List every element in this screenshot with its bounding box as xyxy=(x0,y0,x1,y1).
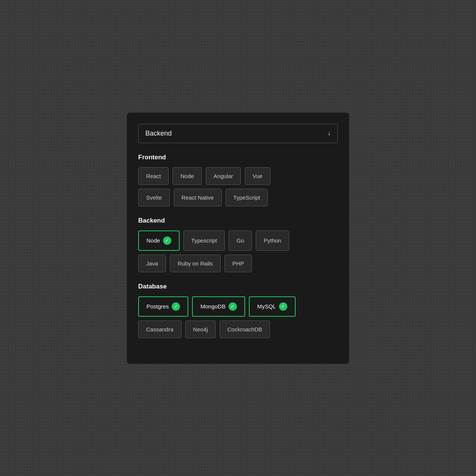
chip-label-mysql: MySQL xyxy=(257,303,276,310)
chip-row-backend-0: Node✓TypescriptGoPython xyxy=(138,230,338,251)
chip-label-svelte: Svelte xyxy=(146,194,162,201)
check-icon-node-be: ✓ xyxy=(163,236,171,245)
chip-node-fe[interactable]: Node xyxy=(172,167,202,185)
chip-mysql[interactable]: MySQL✓ xyxy=(249,296,296,317)
chip-label-neo4j: Neo4j xyxy=(193,326,208,333)
section-label-frontend: Frontend xyxy=(138,154,338,161)
chip-postgres[interactable]: Postgres✓ xyxy=(138,296,188,317)
chip-label-postgres: Postgres xyxy=(146,303,169,310)
chip-php[interactable]: PHP xyxy=(224,255,252,272)
chip-row-backend-1: JavaRuby on RailsPHP xyxy=(138,255,338,272)
category-dropdown[interactable]: Backend ↓ xyxy=(138,124,338,143)
chip-typescript-fe[interactable]: TypeScript xyxy=(226,189,268,206)
chip-java[interactable]: Java xyxy=(138,255,166,272)
dropdown-arrow-icon: ↓ xyxy=(328,130,331,137)
chip-label-vue: Vue xyxy=(253,173,262,179)
chip-vue[interactable]: Vue xyxy=(245,167,270,185)
chip-label-cassandra: Cassandra xyxy=(146,326,174,333)
main-panel: Backend ↓ FrontendReactNodeAngularVueSve… xyxy=(127,113,349,364)
chip-label-java: Java xyxy=(146,260,158,267)
section-database: DatabasePostgres✓MongoDB✓MySQL✓Cassandra… xyxy=(138,283,338,338)
chip-svelte[interactable]: Svelte xyxy=(138,189,170,206)
check-icon-mysql: ✓ xyxy=(279,302,287,311)
chip-row-database-1: CassandraNeo4jCockroachDB xyxy=(138,320,338,338)
chip-label-typescript-fe: TypeScript xyxy=(233,194,260,201)
chip-label-typescript-be: Typescript xyxy=(191,237,217,244)
chip-cockroachdb[interactable]: CockroachDB xyxy=(220,320,270,338)
chip-python[interactable]: Python xyxy=(256,230,289,251)
chip-label-node-fe: Node xyxy=(180,173,194,179)
chip-label-node-be: Node xyxy=(146,237,160,244)
chip-label-cockroachdb: CockroachDB xyxy=(227,326,262,333)
check-icon-postgres: ✓ xyxy=(172,302,180,311)
chip-mongodb[interactable]: MongoDB✓ xyxy=(192,296,245,317)
chip-node-be[interactable]: Node✓ xyxy=(138,230,180,251)
chip-row-frontend-0: ReactNodeAngularVue xyxy=(138,167,338,185)
section-backend: BackendNode✓TypescriptGoPythonJavaRuby o… xyxy=(138,217,338,272)
chip-label-go: Go xyxy=(236,237,244,244)
chip-label-python: Python xyxy=(264,237,281,244)
check-icon-mongodb: ✓ xyxy=(229,302,237,311)
chip-row-frontend-1: SvelteReact NativeTypeScript xyxy=(138,189,338,206)
chip-label-php: PHP xyxy=(232,260,244,267)
chip-label-angular: Angular xyxy=(214,173,233,179)
chip-go[interactable]: Go xyxy=(229,230,252,251)
chip-angular[interactable]: Angular xyxy=(206,167,241,185)
chip-label-mongodb: MongoDB xyxy=(200,303,226,310)
section-label-database: Database xyxy=(138,283,338,290)
chip-row-database-0: Postgres✓MongoDB✓MySQL✓ xyxy=(138,296,338,317)
chip-react-native[interactable]: React Native xyxy=(174,189,222,206)
chip-neo4j[interactable]: Neo4j xyxy=(185,320,216,338)
chip-cassandra[interactable]: Cassandra xyxy=(138,320,182,338)
chip-ruby-on-rails[interactable]: Ruby on Rails xyxy=(170,255,221,272)
section-label-backend: Backend xyxy=(138,217,338,224)
chip-label-react-native: React Native xyxy=(182,194,214,201)
chip-label-react: React xyxy=(146,173,161,179)
chip-label-ruby-on-rails: Ruby on Rails xyxy=(178,260,213,267)
sections-container: FrontendReactNodeAngularVueSvelteReact N… xyxy=(138,154,338,338)
chip-typescript-be[interactable]: Typescript xyxy=(183,230,225,251)
chip-react[interactable]: React xyxy=(138,167,169,185)
dropdown-label: Backend xyxy=(145,130,172,137)
section-frontend: FrontendReactNodeAngularVueSvelteReact N… xyxy=(138,154,338,206)
